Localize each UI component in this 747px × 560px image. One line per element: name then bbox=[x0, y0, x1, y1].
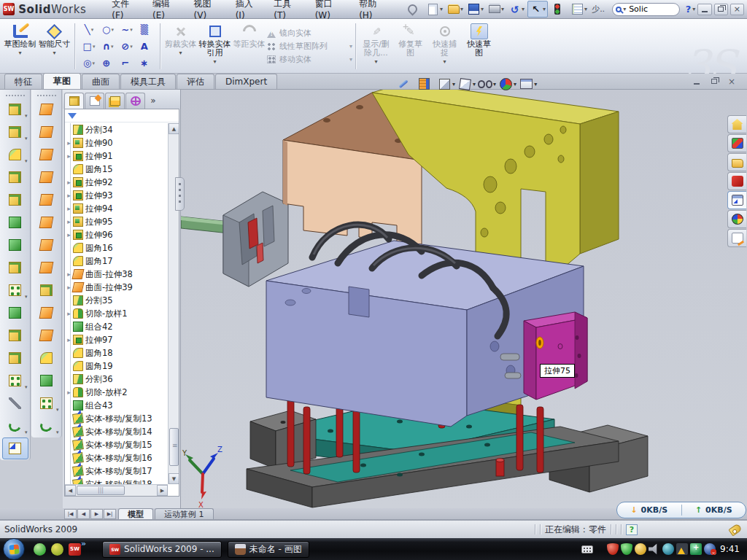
search-input[interactable] bbox=[627, 4, 670, 15]
toolbar-button[interactable]: ▾ bbox=[2, 302, 28, 324]
toolbar-button[interactable]: ▾ bbox=[34, 234, 60, 256]
toolbar-button[interactable]: ▾ bbox=[2, 370, 28, 392]
expand-arrow-icon[interactable] bbox=[65, 231, 73, 238]
headsup-button[interactable]: ▾ bbox=[519, 77, 537, 91]
scroll-up-icon[interactable]: ▲ bbox=[169, 123, 179, 134]
toolbar-button[interactable]: ▾ bbox=[34, 302, 60, 324]
headsup-button[interactable]: ▾ bbox=[478, 77, 496, 91]
toolbar-overflow[interactable]: 少.. bbox=[592, 4, 605, 15]
task-button[interactable]: SW SolidWorks 2009 - ... bbox=[102, 541, 222, 558]
task-pane-tab[interactable] bbox=[727, 115, 746, 133]
command-tab[interactable]: 草图 bbox=[43, 73, 81, 89]
doc-close-button[interactable]: × bbox=[725, 75, 738, 88]
task-pane-tab[interactable] bbox=[727, 153, 746, 171]
ribbon-button[interactable]: 修复草 图 ▾ bbox=[393, 21, 427, 71]
chevron-down-icon[interactable]: ▾ bbox=[443, 58, 446, 65]
tree-item[interactable]: 分割36 bbox=[65, 373, 169, 386]
panel-splitter-handle[interactable] bbox=[175, 177, 185, 211]
quick-launch-chevron[interactable]: » bbox=[81, 539, 86, 548]
chevron-down-icon[interactable]: ▾ bbox=[493, 81, 496, 88]
toolbar-button[interactable]: ▾ bbox=[2, 166, 28, 188]
volume-icon[interactable] bbox=[649, 543, 660, 555]
headsup-button[interactable]: ▾ bbox=[417, 77, 435, 91]
chevron-down-icon[interactable]: ▾ bbox=[91, 27, 94, 33]
tab-nav-button[interactable]: ◀ bbox=[77, 509, 90, 519]
toolbar-button[interactable]: ▾ bbox=[34, 324, 60, 346]
chevron-down-icon[interactable]: ▾ bbox=[349, 56, 352, 63]
command-tab[interactable]: 评估 bbox=[177, 74, 214, 89]
quick-tool-button[interactable]: ▾ bbox=[425, 1, 444, 17]
tree-item[interactable]: 拉伸92 bbox=[65, 176, 169, 189]
ribbon-stack-button[interactable]: 镜向实体 ▾ bbox=[266, 28, 352, 39]
quick-tool-button[interactable]: ▾ bbox=[487, 1, 506, 17]
feature-manager-tab[interactable] bbox=[105, 93, 125, 109]
chevron-down-icon[interactable]: ▾ bbox=[481, 6, 484, 12]
search-box[interactable]: ▾ bbox=[612, 3, 680, 16]
chevron-down-icon[interactable]: ▾ bbox=[452, 81, 455, 88]
toolbar-button[interactable]: ▾ bbox=[34, 189, 60, 211]
part-cavity-insert[interactable] bbox=[223, 192, 288, 287]
expand-arrow-icon[interactable] bbox=[65, 192, 73, 199]
sketch-entity-button[interactable]: ◎ ▾ bbox=[80, 55, 98, 71]
expand-arrow-icon[interactable] bbox=[65, 336, 73, 343]
toolbar-button[interactable]: ▾ bbox=[2, 144, 28, 166]
tree-item[interactable]: 圆角16 bbox=[65, 241, 169, 254]
ribbon-button[interactable]: 剪裁实体 ▾ bbox=[163, 21, 198, 71]
toolbar-button[interactable]: ▾ bbox=[2, 347, 28, 369]
antivirus-icon[interactable] bbox=[51, 543, 63, 556]
task-button[interactable]: 未命名 - 画图 bbox=[228, 541, 309, 558]
toolbar-button[interactable]: ▾ bbox=[34, 279, 60, 301]
tree-filter-row[interactable] bbox=[65, 109, 179, 122]
sketch-entity-button[interactable]: ∩ ▾ bbox=[98, 38, 117, 55]
sync-icon[interactable] bbox=[662, 543, 674, 555]
task-pane-tab[interactable] bbox=[727, 134, 746, 152]
toolbar-button[interactable]: ▾ bbox=[2, 121, 28, 143]
help-button[interactable]: ? bbox=[684, 4, 693, 15]
graphics-viewport[interactable]: Y Z X bbox=[181, 90, 747, 508]
tree-item[interactable]: 拉伸94 bbox=[65, 202, 169, 215]
toolbar-button[interactable]: ▾ bbox=[2, 279, 28, 301]
tree-item[interactable]: 切除-放样2 bbox=[65, 386, 169, 399]
tree-item[interactable]: 拉伸95 bbox=[65, 215, 169, 228]
chevron-down-icon[interactable]: ▾ bbox=[56, 407, 59, 413]
chevron-down-icon[interactable]: ▾ bbox=[93, 44, 96, 50]
network-speed-widget[interactable]: ↓ 0KB/S ↑ 0KB/S bbox=[616, 502, 746, 518]
tree-item[interactable]: 拉伸93 bbox=[65, 189, 169, 202]
command-tab[interactable]: 曲面 bbox=[82, 74, 120, 89]
quick-tips-icon[interactable]: ? bbox=[626, 524, 638, 535]
chevron-down-icon[interactable]: ▾ bbox=[534, 81, 537, 88]
restore-button[interactable] bbox=[714, 4, 728, 15]
quick-tool-button[interactable]: ▾ bbox=[405, 1, 424, 17]
chevron-down-icon[interactable]: ▾ bbox=[25, 429, 28, 435]
tree-item[interactable]: 曲面-拉伸39 bbox=[65, 281, 169, 294]
messenger-icon[interactable] bbox=[34, 543, 46, 556]
chevron-down-icon[interactable]: ▾ bbox=[692, 6, 695, 12]
scroll-left-icon[interactable]: ◀ bbox=[65, 485, 76, 496]
toolbar-button[interactable]: ▾ bbox=[34, 121, 60, 143]
expand-arrow-icon[interactable] bbox=[65, 310, 73, 317]
tree-item[interactable]: 拉伸90 bbox=[65, 136, 169, 149]
doc-minimize-button[interactable] bbox=[690, 75, 703, 88]
start-button[interactable] bbox=[3, 538, 25, 560]
part-extrude75-highlighted[interactable] bbox=[524, 312, 587, 400]
ribbon-button[interactable]: 草图绘制 ▾ bbox=[3, 21, 37, 71]
chevron-down-icon[interactable]: ▾ bbox=[111, 44, 114, 50]
ribbon-button[interactable]: 快速草 图 ▾ bbox=[462, 21, 496, 71]
sketch-entity-button[interactable]: □ ▾ bbox=[80, 38, 98, 55]
scroll-down-icon[interactable]: ▼ bbox=[169, 473, 179, 484]
headsup-button[interactable]: ▾ bbox=[396, 77, 414, 91]
sketch-entity-button[interactable]: ⌐ ▾ bbox=[117, 55, 136, 71]
scrollbar-thumb[interactable]: ||| bbox=[77, 486, 125, 495]
part-stop-pin[interactable] bbox=[496, 459, 504, 477]
document-tab[interactable]: 运动算例 1 bbox=[155, 508, 214, 519]
tree-item[interactable]: 分割34 bbox=[65, 123, 169, 136]
chevron-down-icon[interactable]: ▾ bbox=[56, 429, 59, 435]
chevron-down-icon[interactable]: ▾ bbox=[18, 50, 21, 56]
expand-arrow-icon[interactable] bbox=[65, 218, 73, 225]
sketch-entity-button[interactable]: ○ ▾ bbox=[98, 21, 117, 38]
horizontal-scrollbar[interactable]: ◀ ||| ▶ bbox=[65, 484, 168, 496]
tree-item[interactable]: 拉伸91 bbox=[65, 149, 169, 163]
chevron-down-icon[interactable]: ▾ bbox=[130, 44, 133, 50]
toolbar-button[interactable]: ▾ bbox=[2, 324, 28, 346]
chevron-down-icon[interactable]: ▾ bbox=[53, 50, 55, 56]
